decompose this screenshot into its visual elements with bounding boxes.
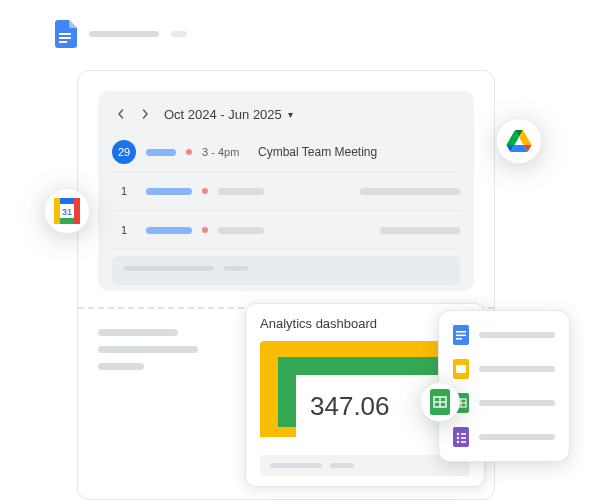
svg-rect-4 [456,331,466,333]
file-row-docs[interactable] [453,325,555,345]
placeholder-bar [98,346,198,353]
drive-badge[interactable] [496,118,542,164]
placeholder-bar [479,332,555,338]
svg-rect-1 [59,37,71,39]
svg-point-18 [457,441,459,443]
svg-rect-17 [461,437,466,439]
calendar-badge[interactable]: 31 [44,188,90,234]
file-row-slides[interactable] [453,359,555,379]
chevron-down-icon: ▾ [288,109,293,120]
svg-rect-8 [456,365,466,373]
analytics-footer [260,455,470,476]
prev-button[interactable] [112,105,130,123]
event-dot-icon [202,227,208,233]
file-row-forms[interactable] [453,427,555,447]
placeholder-bar [224,266,248,271]
metric-value: 347.06 [310,391,390,422]
doc-text-placeholders [98,329,198,380]
event-time: 3 - 4pm [202,146,248,158]
placeholder-bar [479,400,555,406]
svg-rect-28 [74,198,80,224]
calendar-row[interactable]: 29 3 - 4pm Cymbal Team Meeting [112,133,460,172]
event-title: Cymbal Team Meeting [258,145,460,159]
placeholder-bar [380,227,460,234]
file-row-sheets[interactable] [453,393,555,413]
date-badge: 1 [112,218,136,242]
date-range-label: Oct 2024 - Jun 2025 [164,107,282,122]
svg-rect-0 [59,33,71,35]
svg-rect-27 [54,198,60,224]
date-badge: 29 [112,140,136,164]
doc-header [55,20,187,48]
calendar-row[interactable]: 1 [112,211,460,250]
placeholder-bar [218,227,264,234]
calendar-footer [112,256,460,285]
svg-point-16 [457,437,459,439]
docs-icon [453,325,469,345]
placeholder-bar [360,188,460,195]
svg-rect-19 [461,441,466,443]
event-dot-icon [202,188,208,194]
placeholder-bar [124,266,214,271]
svg-rect-13 [453,427,469,447]
drive-icon [506,130,532,152]
next-button[interactable] [136,105,154,123]
calendar-toolbar: Oct 2024 - Jun 2025 ▾ [112,105,460,123]
sheets-icon [430,389,450,415]
event-dot-icon [186,149,192,155]
event-bar [146,227,192,234]
placeholder-bar [98,363,144,370]
svg-rect-6 [456,338,462,340]
svg-rect-2 [59,41,67,43]
placeholder-bar [479,366,555,372]
placeholder-bar [270,463,322,468]
calendar-row[interactable]: 1 [112,172,460,211]
svg-point-14 [457,433,459,435]
svg-rect-15 [461,433,466,435]
svg-text:31: 31 [62,207,72,217]
sheets-badge[interactable] [420,382,460,422]
event-bar [146,149,176,156]
placeholder-bar [330,463,354,468]
docs-icon [55,20,77,48]
calendar-icon: 31 [54,198,80,224]
date-badge: 1 [112,179,136,203]
date-range-picker[interactable]: Oct 2024 - Jun 2025 ▾ [160,107,297,122]
event-bar [146,188,192,195]
forms-icon [453,427,469,447]
slides-icon [453,359,469,379]
placeholder-bar [98,329,178,336]
placeholder-bar [218,188,264,195]
calendar-smartchip: Oct 2024 - Jun 2025 ▾ 29 3 - 4pm Cymbal … [98,91,474,291]
title-placeholder [89,31,159,37]
placeholder-bar [479,434,555,440]
svg-rect-5 [456,335,466,337]
subtitle-placeholder [171,31,187,37]
